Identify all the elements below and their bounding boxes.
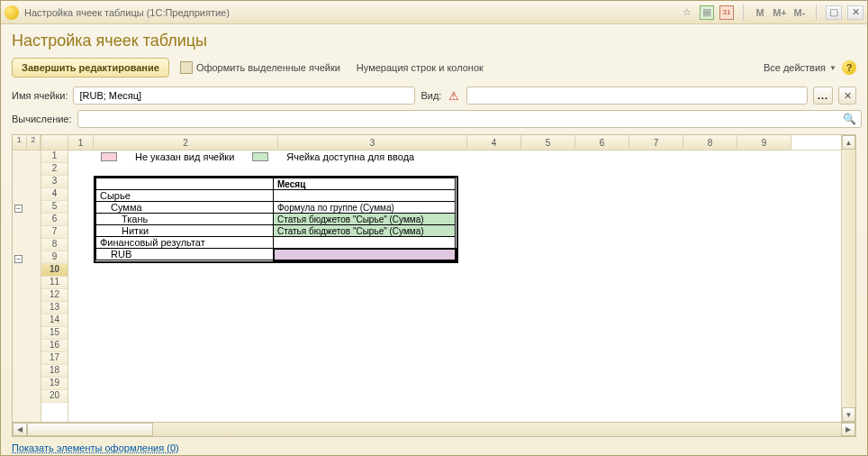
- column-headers: 1 2 3 4 5 6 7 8 9: [68, 135, 841, 150]
- col-header[interactable]: 2: [94, 135, 278, 150]
- grid-col-header[interactable]: Месяц: [274, 178, 456, 190]
- sheet-body[interactable]: 1 2 3 4 5 6 7 8 9 Не указан вид ячейки Я…: [68, 135, 841, 422]
- memory-mminus-button[interactable]: M-: [792, 5, 807, 20]
- vid-label: Вид:: [420, 90, 441, 101]
- cellname-row: Имя ячейки: Вид: ⚠ ... ✕: [1, 84, 867, 107]
- vid-clear-button[interactable]: ✕: [838, 87, 856, 105]
- grid-cell[interactable]: [274, 237, 456, 249]
- cellname-label: Имя ячейки:: [12, 90, 68, 101]
- scroll-track[interactable]: [153, 423, 841, 436]
- search-icon[interactable]: 🔍: [842, 112, 856, 126]
- outline-column: 1 2 − −: [13, 135, 41, 422]
- row-number[interactable]: 9: [41, 251, 68, 264]
- outline-toggle[interactable]: −: [14, 205, 23, 213]
- row-number[interactable]: 3: [41, 176, 68, 188]
- row-number[interactable]: 16: [41, 340, 68, 352]
- vid-picker-button[interactable]: ...: [813, 87, 833, 105]
- vid-input[interactable]: [466, 87, 808, 105]
- format-icon: [180, 61, 193, 74]
- all-actions-label: Все действия: [764, 62, 826, 73]
- vertical-scrollbar[interactable]: ▲ ▼: [841, 135, 855, 422]
- legend-label-2: Ячейка доступна для ввода: [286, 151, 414, 162]
- memory-mplus-button[interactable]: M+: [773, 5, 787, 20]
- finish-editing-button[interactable]: Завершить редактирование: [12, 58, 169, 78]
- grid-row-label[interactable]: RUB: [96, 249, 274, 260]
- memory-m-button[interactable]: M: [753, 5, 767, 20]
- grid-row-label[interactable]: Сырье: [96, 190, 274, 202]
- calc-label: Вычисление:: [12, 114, 72, 124]
- scroll-thumb[interactable]: [27, 423, 153, 436]
- col-header[interactable]: 4: [467, 135, 521, 150]
- col-header[interactable]: 5: [521, 135, 575, 150]
- show-formatting-link[interactable]: Показать элементы оформления (0): [12, 442, 179, 453]
- maximize-button[interactable]: ▢: [826, 5, 842, 20]
- calc-input[interactable]: [77, 110, 862, 128]
- row-number[interactable]: 7: [41, 226, 68, 239]
- row-number[interactable]: 18: [41, 365, 68, 378]
- format-cells-button[interactable]: Оформить выделенные ячейки: [175, 59, 346, 76]
- scroll-up-button[interactable]: ▲: [842, 135, 855, 150]
- grid-cell-selected[interactable]: [274, 249, 456, 260]
- grid-row-label[interactable]: Ткань: [96, 214, 274, 225]
- col-header[interactable]: 8: [683, 135, 737, 150]
- spreadsheet: 1 2 − − 1 2 3 4 5 6 7 8 9 10 11 12 13 14…: [12, 134, 856, 423]
- app-window: Настройка ячеек таблицы (1С:Предприятие)…: [0, 0, 868, 456]
- grid-row-label[interactable]: Сумма: [96, 202, 274, 214]
- row-number[interactable]: 19: [41, 378, 68, 390]
- star-icon[interactable]: ☆: [680, 5, 694, 20]
- titlebar: Настройка ячеек таблицы (1С:Предприятие)…: [1, 1, 867, 24]
- calculator-icon[interactable]: ▦: [700, 5, 714, 20]
- col-header[interactable]: 9: [737, 135, 791, 150]
- row-number[interactable]: 2: [41, 163, 68, 176]
- toolbar: Завершить редактирование Оформить выделе…: [1, 54, 867, 84]
- close-button[interactable]: ✕: [847, 5, 863, 20]
- grid-cell[interactable]: [274, 190, 456, 202]
- numbering-button[interactable]: Нумерация строк и колонок: [351, 60, 489, 75]
- all-actions-dropdown[interactable]: Все действия ▼: [764, 62, 836, 73]
- col-header[interactable]: 6: [575, 135, 629, 150]
- grid-cell[interactable]: Формула по группе (Сумма): [274, 202, 456, 214]
- row-number[interactable]: 1: [41, 150, 68, 163]
- separator: [816, 5, 817, 21]
- row-number[interactable]: 13: [41, 302, 68, 315]
- warning-icon: ⚠: [447, 88, 461, 103]
- legend-swatch-pink: [101, 152, 117, 161]
- app-logo-icon: [5, 5, 19, 20]
- col-header[interactable]: 3: [278, 135, 467, 150]
- scroll-down-button[interactable]: ▼: [842, 407, 855, 422]
- legend: Не указан вид ячейки Ячейка доступна для…: [94, 150, 421, 163]
- calendar-icon[interactable]: 31: [719, 5, 734, 20]
- help-icon[interactable]: ?: [842, 60, 856, 75]
- window-title: Настройка ячеек таблицы (1С:Предприятие): [24, 7, 680, 18]
- grid-cell[interactable]: Статья бюджетов "Сырье" (Сумма): [274, 225, 456, 237]
- row-number[interactable]: 4: [41, 188, 68, 201]
- cellname-input[interactable]: [73, 87, 415, 105]
- separator: [743, 5, 744, 21]
- outline-toggle[interactable]: −: [14, 255, 23, 263]
- row-number[interactable]: 14: [41, 315, 68, 327]
- row-number[interactable]: 6: [41, 214, 68, 226]
- row-number[interactable]: 5: [41, 201, 68, 214]
- col-header[interactable]: 1: [68, 135, 94, 150]
- grid-row-label[interactable]: Финансовый результат: [96, 237, 274, 249]
- row-number[interactable]: 15: [41, 327, 68, 340]
- calc-row: Вычисление: 🔍: [1, 107, 867, 131]
- numbering-label: Нумерация строк и колонок: [357, 62, 484, 73]
- outline-level-2[interactable]: 2: [27, 135, 41, 150]
- row-number[interactable]: 20: [41, 390, 68, 403]
- row-number-selected[interactable]: 10: [41, 264, 68, 277]
- horizontal-scrollbar[interactable]: ◀ ▶: [12, 423, 856, 437]
- page-title: Настройка ячеек таблицы: [12, 32, 856, 50]
- row-number[interactable]: 11: [41, 277, 68, 289]
- scroll-track[interactable]: [842, 150, 855, 407]
- grid-row-label[interactable]: Нитки: [96, 225, 274, 237]
- grid-cell[interactable]: Статья бюджетов "Сырье" (Сумма): [274, 214, 456, 225]
- footer: Показать элементы оформления (0): [1, 437, 867, 456]
- scroll-left-button[interactable]: ◀: [13, 423, 27, 436]
- scroll-right-button[interactable]: ▶: [841, 423, 855, 436]
- row-number[interactable]: 8: [41, 239, 68, 251]
- row-number[interactable]: 12: [41, 289, 68, 302]
- col-header[interactable]: 7: [629, 135, 683, 150]
- outline-level-1[interactable]: 1: [13, 135, 27, 150]
- row-number[interactable]: 17: [41, 352, 68, 365]
